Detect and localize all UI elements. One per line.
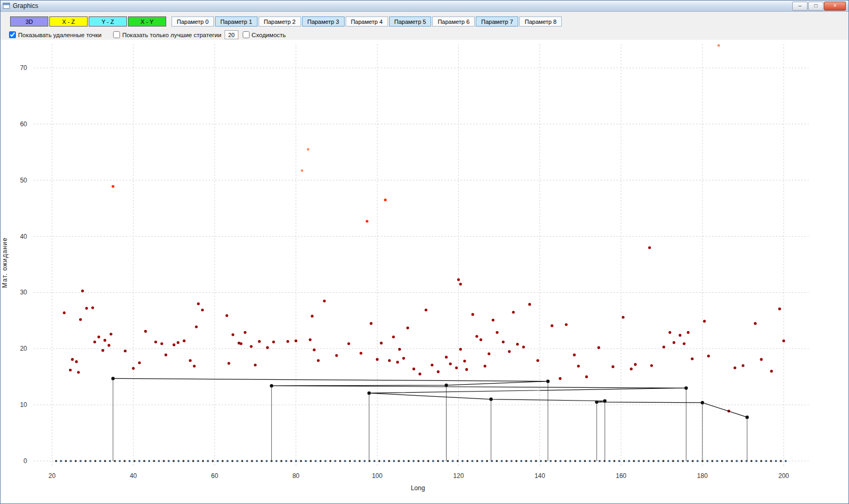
param-4-button[interactable]: Параметр 4	[346, 16, 388, 27]
view-yz-button[interactable]: Y - Z	[89, 16, 127, 27]
show-best-label: Показать только лучшие стратегии	[122, 32, 221, 38]
toolbar: 3D X - Z Y - Z X - Y Параметр 0 Параметр…	[1, 12, 848, 27]
svg-text:50: 50	[20, 177, 28, 184]
svg-text:70: 70	[20, 64, 28, 72]
svg-text:Long: Long	[411, 484, 425, 492]
app-icon	[3, 2, 10, 10]
chart-area: 0102030405060702040608010012014016018020…	[1, 40, 849, 504]
param-3-button[interactable]: Параметр 3	[302, 16, 345, 27]
svg-text:120: 120	[453, 472, 464, 480]
svg-text:60: 60	[20, 120, 28, 128]
view-3d-button[interactable]: 3D	[10, 16, 48, 27]
svg-text:40: 40	[130, 472, 137, 480]
maximize-icon: □	[814, 3, 817, 8]
options-row: Показывать удаленные точки Показать толь…	[1, 27, 848, 39]
titlebar[interactable]: Graphics – □ ×	[1, 1, 848, 12]
view-xy-button[interactable]: X - Y	[128, 16, 166, 27]
best-count-input[interactable]	[225, 30, 238, 39]
param-8-button[interactable]: Параметр 8	[519, 16, 562, 27]
show-removed-label: Показывать удаленные точки	[18, 32, 101, 38]
svg-text:20: 20	[20, 345, 28, 352]
param-0-button[interactable]: Параметр 0	[171, 16, 214, 27]
show-removed-checkbox[interactable]	[9, 31, 16, 38]
show-best-checkbox[interactable]	[113, 31, 120, 38]
close-icon: ×	[834, 3, 837, 8]
svg-text:160: 160	[616, 472, 627, 480]
svg-text:140: 140	[535, 472, 545, 480]
param-7-button[interactable]: Параметр 7	[476, 16, 518, 27]
param-1-button[interactable]: Параметр 1	[215, 16, 258, 27]
svg-text:20: 20	[48, 472, 56, 480]
show-removed-option[interactable]: Показывать удаленные точки	[9, 31, 101, 38]
scatter-plot[interactable]: 0102030405060702040608010012014016018020…	[1, 40, 849, 504]
convergence-label: Сходимость	[252, 32, 286, 38]
close-button[interactable]: ×	[824, 2, 846, 11]
param-5-button[interactable]: Параметр 5	[389, 16, 432, 27]
svg-text:40: 40	[20, 233, 28, 240]
svg-text:80: 80	[293, 472, 300, 480]
maximize-button[interactable]: □	[808, 2, 824, 11]
view-button-group: 3D X - Z Y - Z X - Y	[10, 16, 166, 27]
param-2-button[interactable]: Параметр 2	[259, 16, 301, 27]
graphics-window: Graphics – □ × 3D X - Z Y - Z X - Y Пара…	[0, 0, 849, 504]
svg-text:0: 0	[23, 457, 27, 465]
svg-text:Мат. ожидание: Мат. ожидание	[1, 237, 8, 288]
convergence-option[interactable]: Сходимость	[243, 31, 286, 38]
svg-text:180: 180	[697, 472, 708, 480]
view-xz-button[interactable]: X - Z	[49, 16, 88, 27]
window-title: Graphics	[13, 2, 38, 10]
param-button-group: Параметр 0 Параметр 1 Параметр 2 Парамет…	[171, 16, 562, 27]
param-6-button[interactable]: Параметр 6	[432, 16, 475, 27]
svg-text:200: 200	[778, 472, 789, 480]
svg-text:30: 30	[20, 289, 28, 296]
convergence-checkbox[interactable]	[243, 31, 250, 38]
minimize-icon: –	[799, 3, 802, 8]
svg-text:60: 60	[211, 472, 219, 480]
window-controls: – □ ×	[792, 2, 846, 11]
show-best-option[interactable]: Показать только лучшие стратегии	[113, 31, 221, 38]
minimize-button[interactable]: –	[792, 2, 808, 11]
svg-text:100: 100	[372, 472, 382, 480]
svg-text:10: 10	[20, 401, 28, 409]
